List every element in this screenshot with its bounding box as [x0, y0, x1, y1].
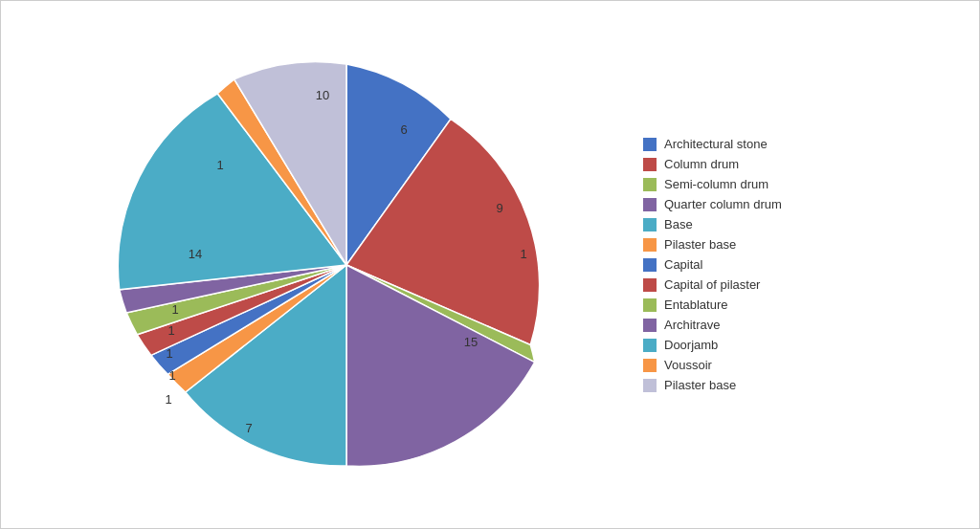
legend-color-box — [643, 379, 657, 392]
legend-color-box — [643, 339, 657, 352]
legend-label-text: Architectural stone — [664, 137, 768, 151]
legend-color-box — [643, 158, 657, 171]
label-1-entablature: 1 — [167, 323, 174, 338]
pie-chart-svg: 6 9 1 15 7 1 1 1 1 1 14 1 10 — [88, 21, 605, 509]
legend-item: Doorjamb — [643, 338, 911, 352]
legend-color-box — [643, 278, 657, 292]
legend-item: Quarter column drum — [643, 197, 911, 211]
legend-label-text: Semi-column drum — [664, 177, 768, 191]
legend-item: Architectural stone — [643, 137, 911, 151]
legend-label-text: Capital of pilaster — [664, 277, 760, 292]
legend-color-box — [643, 238, 657, 252]
legend-item: Base — [643, 217, 911, 231]
legend-color-box — [643, 319, 657, 332]
legend-item: Semi-column drum — [643, 177, 911, 191]
label-1-voussoir: 1 — [216, 158, 223, 172]
legend-label-text: Pilaster base — [664, 237, 736, 252]
legend-label-text: Entablature — [664, 298, 728, 312]
legend-color-box — [643, 138, 657, 151]
label-9: 9 — [496, 201, 502, 215]
label-1-capital-pilaster: 1 — [166, 346, 172, 361]
label-1-semi: 1 — [520, 247, 526, 261]
legend-color-box — [643, 178, 657, 191]
legend-color-box — [643, 198, 657, 211]
legend-color-box — [643, 298, 657, 312]
label-15: 15 — [464, 335, 478, 349]
legend-label-text: Doorjamb — [664, 338, 718, 352]
legend-item: Architrave — [643, 318, 911, 332]
legend-item: Pilaster base — [643, 237, 911, 252]
legend-item: Entablature — [643, 298, 911, 312]
label-1-capital: 1 — [168, 368, 175, 383]
legend-color-box — [643, 359, 657, 372]
legend-item: Capital — [643, 257, 911, 272]
legend-label-text: Column drum — [664, 157, 739, 171]
legend-item: Column drum — [643, 157, 911, 171]
legend-item: Voussoir — [643, 358, 911, 372]
label-7: 7 — [245, 421, 252, 435]
legend-label-text: Capital — [664, 257, 702, 272]
legend-item: Capital of pilaster — [643, 277, 911, 292]
legend-color-box — [643, 258, 657, 272]
legend-label-text: Pilaster base — [664, 378, 736, 392]
chart-container: 6 9 1 15 7 1 1 1 1 1 14 1 10 Architectur… — [11, 11, 969, 518]
legend-label-text: Architrave — [664, 318, 721, 332]
legend-label-text: Voussoir — [664, 358, 712, 372]
legend-item: Pilaster base — [643, 378, 911, 392]
label-10: 10 — [316, 88, 329, 102]
legend-area: Architectural stoneColumn drumSemi-colum… — [624, 137, 911, 392]
legend-color-box — [643, 218, 657, 231]
legend-label-text: Base — [664, 217, 693, 231]
label-1-pilaster: 1 — [165, 392, 171, 407]
label-1-architrave: 1 — [171, 302, 178, 317]
pie-area: 6 9 1 15 7 1 1 1 1 1 14 1 10 — [69, 21, 624, 509]
label-6: 6 — [400, 122, 407, 137]
label-14: 14 — [189, 247, 202, 261]
legend-label-text: Quarter column drum — [664, 197, 782, 211]
